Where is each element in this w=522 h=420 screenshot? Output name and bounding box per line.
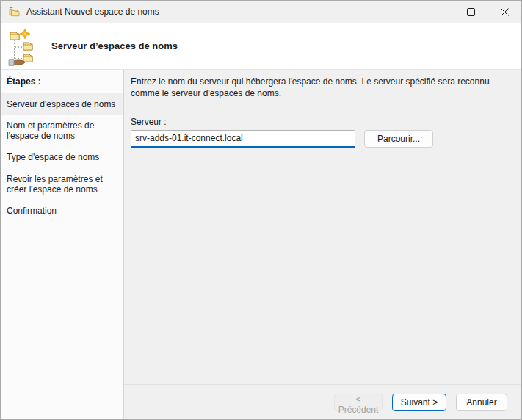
- text-caret: [244, 134, 244, 143]
- browse-button[interactable]: Parcourir...: [364, 130, 433, 148]
- step-item-review-create[interactable]: Revoir les paramètres et créer l'espace …: [1, 168, 123, 200]
- minimize-icon: [433, 8, 441, 16]
- page-title: Serveur d’espaces de noms: [51, 40, 178, 51]
- wizard-header: Serveur d’espaces de noms: [1, 23, 521, 70]
- server-input-value: srv-adds-01.it-connect.local: [135, 133, 243, 143]
- step-item-confirmation[interactable]: Confirmation: [1, 200, 123, 221]
- wizard-window: Assistant Nouvel espace de noms: [0, 0, 522, 420]
- cancel-button[interactable]: Annuler: [456, 394, 507, 411]
- step-item-server[interactable]: Serveur d'espaces de noms: [1, 93, 123, 115]
- previous-button: < Précédent: [334, 394, 383, 411]
- step-item-name-settings[interactable]: Nom et paramètres de l'espace de noms: [1, 115, 123, 146]
- window-title: Assistant Nouvel espace de noms: [26, 7, 420, 17]
- maximize-icon: [467, 8, 475, 16]
- titlebar: Assistant Nouvel espace de noms: [1, 1, 521, 23]
- steps-heading: Étapes :: [1, 70, 123, 93]
- next-button[interactable]: Suivant >: [392, 394, 446, 411]
- maximize-button[interactable]: [454, 1, 487, 23]
- minimize-button[interactable]: [420, 1, 454, 23]
- dfs-folders-icon: [8, 6, 20, 18]
- step-item-namespace-type[interactable]: Type d'espace de noms: [1, 146, 123, 167]
- server-input[interactable]: srv-adds-01.it-connect.local: [131, 130, 355, 148]
- instruction-text: Entrez le nom du serveur qui hébergera l…: [131, 76, 510, 99]
- content-pane: Entrez le nom du serveur qui hébergera l…: [124, 70, 521, 384]
- close-icon: [501, 8, 509, 16]
- footer-bar: < Précédent Suivant > Annuler: [124, 384, 521, 419]
- server-label: Serveur :: [131, 117, 510, 127]
- close-button[interactable]: [487, 1, 521, 23]
- steps-sidebar: Étapes : Serveur d'espaces de noms Nom e…: [1, 70, 124, 419]
- new-namespace-icon: [7, 28, 43, 66]
